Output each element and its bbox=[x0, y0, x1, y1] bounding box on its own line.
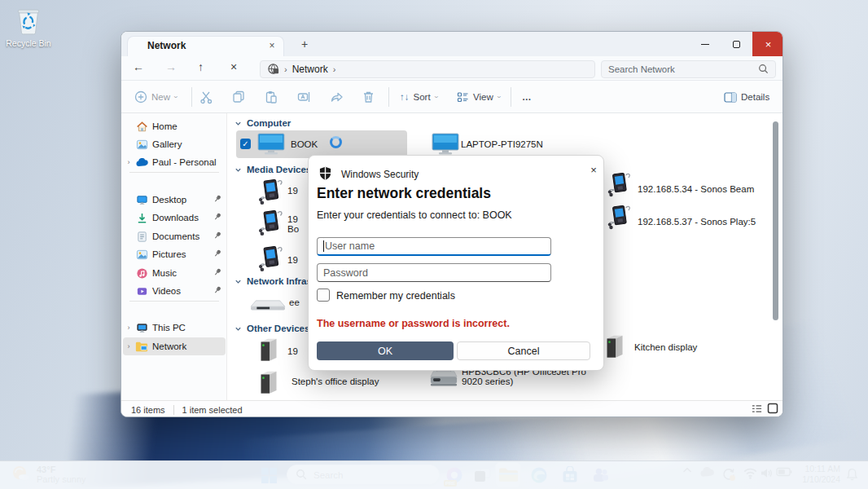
delete-icon bbox=[362, 90, 375, 104]
cut-button[interactable] bbox=[199, 89, 213, 105]
sidebar-item-documents[interactable]: Documents bbox=[123, 227, 226, 245]
more-options-button[interactable]: … bbox=[522, 89, 532, 105]
delete-button[interactable] bbox=[362, 89, 375, 105]
sidebar-item-gallery[interactable]: Gallery bbox=[123, 135, 226, 153]
cancel-button[interactable]: Cancel bbox=[457, 341, 590, 360]
device-label-printer-line2: 9020 series) bbox=[462, 377, 513, 386]
view-icon bbox=[457, 91, 469, 103]
toolbar-divider bbox=[191, 87, 192, 107]
sidebar-item-desktop[interactable]: Desktop bbox=[123, 191, 226, 209]
stop-refresh-button[interactable]: × bbox=[230, 60, 237, 73]
back-button[interactable]: ← bbox=[133, 60, 144, 73]
recycle-bin-shortcut[interactable]: Recycle Bin bbox=[5, 3, 52, 48]
username-field[interactable]: User name bbox=[317, 237, 551, 256]
details-toggle[interactable]: Details bbox=[724, 89, 769, 105]
tab-bar: Network × + × bbox=[121, 32, 783, 56]
close-button[interactable]: × bbox=[752, 32, 783, 56]
details-pane-icon bbox=[724, 92, 737, 103]
items-count: 16 items bbox=[131, 405, 165, 415]
new-label: New bbox=[151, 92, 170, 102]
media-player-icon bbox=[257, 244, 285, 275]
breadcrumb[interactable]: Network bbox=[292, 64, 328, 75]
sidebar-item-label: Gallery bbox=[152, 139, 226, 149]
sidebar-item-label: Home bbox=[152, 121, 226, 131]
sidebar-item-videos[interactable]: Videos bbox=[123, 282, 226, 300]
sidebar-item-home[interactable]: Home bbox=[123, 117, 226, 135]
remember-credentials-checkbox[interactable] bbox=[317, 289, 330, 302]
chevron-down-icon: › bbox=[432, 96, 440, 99]
up-button[interactable]: ↑ bbox=[198, 60, 204, 73]
sidebar-item-network[interactable]: › Network bbox=[123, 337, 226, 355]
forward-button[interactable]: → bbox=[165, 60, 177, 73]
paste-icon bbox=[265, 90, 278, 104]
new-button[interactable]: New › bbox=[134, 89, 177, 105]
dialog-subtitle: Enter your credentials to connect to: BO… bbox=[317, 209, 512, 221]
expand-chevron-icon[interactable]: › bbox=[123, 342, 134, 350]
dialog-title: Enter network credentials bbox=[317, 185, 491, 202]
pin-icon bbox=[213, 285, 226, 297]
thumbnail-view-toggle[interactable] bbox=[767, 403, 778, 416]
ok-button[interactable]: OK bbox=[317, 341, 454, 360]
taskbar bbox=[0, 460, 868, 489]
media-device-label: Bo bbox=[287, 224, 299, 234]
breadcrumb-separator: › bbox=[284, 64, 287, 74]
scrollbar-thumb[interactable] bbox=[773, 121, 778, 320]
videos-icon bbox=[134, 285, 149, 297]
sidebar-item-label: Documents bbox=[152, 231, 213, 241]
text-caret bbox=[323, 240, 324, 252]
copy-button[interactable] bbox=[232, 89, 245, 105]
sidebar-item-label: Pictures bbox=[152, 249, 213, 259]
list-view-toggle[interactable] bbox=[752, 403, 762, 416]
minimize-icon bbox=[701, 44, 709, 45]
tab-network[interactable]: Network × bbox=[127, 36, 284, 56]
documents-icon bbox=[134, 231, 149, 243]
selection-checkbox[interactable]: ✓ bbox=[240, 139, 251, 149]
sort-button[interactable]: ↑↓ Sort › bbox=[400, 89, 437, 105]
share-button[interactable] bbox=[330, 89, 344, 105]
chevron-down-icon: › bbox=[172, 96, 180, 99]
network-location-icon bbox=[267, 63, 279, 77]
status-divider bbox=[173, 405, 174, 415]
dialog-close-button[interactable]: × bbox=[585, 162, 602, 178]
pin-icon bbox=[213, 267, 226, 279]
computer-icon bbox=[256, 133, 286, 157]
onedrive-cloud-icon bbox=[134, 158, 149, 167]
loading-spinner bbox=[330, 136, 342, 148]
search-box[interactable]: Search Network bbox=[601, 60, 776, 78]
sidebar-item-music[interactable]: Music bbox=[123, 264, 226, 282]
group-header-computer[interactable]: Computer bbox=[235, 118, 291, 128]
toolbar-divider bbox=[511, 87, 511, 107]
more-icon: … bbox=[522, 92, 532, 102]
status-bar: 16 items 1 item selected bbox=[121, 400, 783, 417]
view-button[interactable]: View › bbox=[457, 89, 500, 105]
sidebar-item-downloads[interactable]: Downloads bbox=[123, 209, 226, 227]
expand-chevron-icon[interactable]: › bbox=[123, 324, 134, 332]
group-header-other-devices[interactable]: Other Devices bbox=[235, 324, 309, 333]
group-header-media-devices[interactable]: Media Devices bbox=[235, 165, 311, 174]
rename-button[interactable] bbox=[297, 89, 311, 105]
recycle-bin-icon bbox=[14, 28, 43, 37]
media-device-label: 19 bbox=[287, 186, 298, 196]
address-bar[interactable]: › Network › bbox=[260, 60, 595, 78]
device-tower-icon bbox=[603, 332, 626, 364]
password-field[interactable]: Password bbox=[317, 263, 551, 282]
sidebar-item-onedrive[interactable]: › Paul - Personal bbox=[123, 153, 226, 171]
view-label: View bbox=[473, 92, 493, 102]
paste-button[interactable] bbox=[265, 89, 278, 105]
error-message: The username or password is incorrect. bbox=[317, 318, 510, 329]
tab-title: Network bbox=[147, 40, 186, 51]
maximize-button[interactable] bbox=[721, 32, 752, 56]
tab-close-button[interactable]: × bbox=[265, 39, 279, 54]
device-tower-icon bbox=[257, 368, 280, 400]
expand-chevron-icon[interactable]: › bbox=[123, 158, 134, 166]
chevron-down-icon: › bbox=[494, 96, 502, 99]
sidebar-item-pictures[interactable]: Pictures bbox=[123, 245, 226, 263]
sidebar-item-this-pc[interactable]: › This PC bbox=[123, 319, 226, 337]
home-icon bbox=[134, 121, 149, 133]
new-tab-button[interactable]: + bbox=[296, 37, 313, 53]
minimize-button[interactable] bbox=[689, 32, 721, 56]
windows-security-dialog: Windows Security × Enter network credent… bbox=[308, 155, 604, 371]
vertical-scrollbar[interactable] bbox=[773, 119, 779, 400]
sidebar-item-label: Music bbox=[152, 268, 213, 278]
media-player-icon bbox=[607, 170, 633, 200]
